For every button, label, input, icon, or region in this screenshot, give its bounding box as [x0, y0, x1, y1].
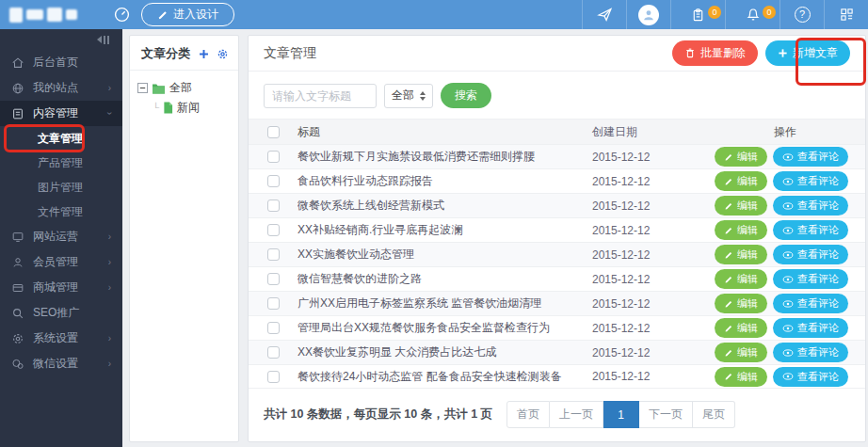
- category-filter-select[interactable]: 全部: [384, 84, 433, 108]
- send-icon[interactable]: [582, 0, 626, 29]
- page-title: 文章管理: [264, 45, 316, 62]
- chat-bubbles-icon: [11, 358, 24, 371]
- article-title[interactable]: XX餐饮业复苏明显 大众消费占比达七成: [297, 344, 592, 360]
- article-title-search-input[interactable]: [264, 84, 377, 108]
- category-settings-gear-icon[interactable]: [217, 48, 229, 60]
- sidebar-item-mall-management[interactable]: 商城管理 ›: [0, 275, 122, 300]
- article-title[interactable]: 微信智慧餐饮的进阶之路: [297, 271, 592, 287]
- article-date: 2015-12-12: [592, 224, 715, 237]
- notifications-bell-icon[interactable]: 0: [725, 0, 780, 29]
- help-icon[interactable]: ?: [780, 0, 824, 29]
- article-title[interactable]: XX实施餐饮业动态管理: [297, 247, 592, 263]
- sidebar-item-wechat-settings[interactable]: 微信设置 ›: [0, 351, 122, 376]
- select-all-checkbox[interactable]: [267, 126, 280, 138]
- article-title[interactable]: 管理局出台XX规范餐饮服务食品安全监督检查行为: [297, 320, 592, 336]
- article-date: 2015-12-12: [592, 200, 715, 213]
- tree-expander-icon[interactable]: [137, 83, 148, 93]
- enter-design-button[interactable]: 进入设计: [141, 3, 234, 26]
- view-comments-button[interactable]: 查看评论: [773, 171, 848, 191]
- article-title[interactable]: 餐饮业新规下月实施禁设最低消费还需细则撑腰: [297, 149, 592, 165]
- row-checkbox[interactable]: [267, 151, 280, 163]
- globe-icon: [11, 82, 24, 95]
- add-article-button[interactable]: 新增文章: [765, 40, 850, 66]
- article-title[interactable]: XX补贴经销商.行业寻底再起波澜: [297, 222, 592, 238]
- user-avatar[interactable]: [626, 0, 670, 29]
- edit-button[interactable]: 编辑: [715, 343, 767, 362]
- article-title[interactable]: 广州XX启用电子标签监察系统 监管餐饮油烟清理: [297, 295, 592, 311]
- edit-button[interactable]: 编辑: [715, 294, 767, 313]
- tree-node-news[interactable]: └ 新闻: [137, 100, 231, 116]
- sidebar-item-content-management[interactable]: 内容管理 ›: [0, 101, 122, 126]
- edit-button[interactable]: 编辑: [715, 269, 767, 289]
- table-row: 微餐饮系统上线创经营新模式 2015-12-12 编辑 查看评论: [249, 193, 865, 217]
- edit-button[interactable]: 编辑: [715, 147, 767, 167]
- row-checkbox[interactable]: [267, 200, 280, 212]
- tasks-icon[interactable]: 0: [670, 0, 725, 29]
- batch-delete-button[interactable]: 批量删除: [672, 40, 758, 66]
- edit-button[interactable]: 编辑: [715, 245, 767, 264]
- tree-node-all[interactable]: 全部: [137, 80, 231, 96]
- row-checkbox[interactable]: [267, 273, 280, 285]
- row-checkbox[interactable]: [267, 346, 280, 359]
- view-comments-button[interactable]: 查看评论: [773, 367, 848, 387]
- pencil-icon: [724, 201, 733, 211]
- tree-node-label: 全部: [169, 80, 192, 96]
- edit-button[interactable]: 编辑: [715, 196, 767, 216]
- sidebar-item-article-management[interactable]: 文章管理: [0, 126, 122, 151]
- view-comments-button[interactable]: 查看评论: [773, 318, 848, 338]
- sidebar-item-label: SEO推广: [33, 305, 79, 321]
- pencil-icon: [724, 152, 733, 162]
- dashboard-gauge-icon[interactable]: [102, 0, 141, 29]
- row-checkbox[interactable]: [267, 175, 280, 187]
- row-checkbox[interactable]: [267, 297, 280, 310]
- view-comments-button[interactable]: 查看评论: [773, 196, 848, 216]
- pagination-first[interactable]: 首页: [506, 401, 550, 428]
- row-checkbox[interactable]: [267, 248, 280, 261]
- view-comments-button[interactable]: 查看评论: [773, 294, 848, 313]
- pagination-last[interactable]: 尾页: [693, 401, 735, 428]
- sidebar-item-my-sites[interactable]: 我的站点 ›: [0, 75, 122, 101]
- sidebar-item-label: 商城管理: [33, 279, 78, 295]
- eye-icon: [782, 275, 794, 284]
- eye-icon: [782, 372, 794, 381]
- view-comments-button[interactable]: 查看评论: [773, 147, 848, 167]
- row-checkbox[interactable]: [267, 322, 280, 334]
- article-title[interactable]: 餐饮接待24小时动态监管 配备食品安全快速检测装备: [297, 369, 592, 385]
- pagination-prev[interactable]: 上一页: [550, 401, 603, 428]
- chevron-right-icon: ›: [108, 359, 111, 369]
- sidebar-item-site-operation[interactable]: 网站运营 ›: [0, 224, 122, 249]
- article-date: 2015-12-12: [592, 346, 715, 359]
- sidebar-item-image-management[interactable]: 图片管理: [0, 175, 122, 200]
- add-category-icon[interactable]: [198, 48, 210, 60]
- sidebar-item-product-management[interactable]: 产品管理: [0, 151, 122, 175]
- view-comments-button[interactable]: 查看评论: [773, 220, 848, 240]
- edit-button[interactable]: 编辑: [715, 171, 767, 191]
- qr-code-icon[interactable]: [824, 0, 868, 29]
- sidebar-item-seo[interactable]: SEO推广: [0, 300, 122, 326]
- collapse-sidebar-icon[interactable]: [0, 29, 122, 50]
- eye-icon: [782, 299, 794, 309]
- article-title[interactable]: 微餐饮系统上线创经营新模式: [297, 198, 592, 214]
- row-checkbox[interactable]: [267, 224, 280, 236]
- tree-node-label: 新闻: [177, 100, 200, 116]
- pencil-icon: [724, 226, 733, 235]
- eye-icon: [782, 348, 794, 358]
- sidebar-item-label: 后台首页: [33, 55, 78, 71]
- search-button[interactable]: 搜索: [441, 83, 491, 108]
- edit-button[interactable]: 编辑: [715, 318, 767, 338]
- view-comments-button[interactable]: 查看评论: [773, 343, 848, 362]
- edit-button[interactable]: 编辑: [715, 367, 767, 387]
- pagination-next[interactable]: 下一页: [639, 401, 693, 428]
- row-checkbox[interactable]: [267, 371, 280, 383]
- sidebar-item-system-settings[interactable]: 系统设置 ›: [0, 326, 122, 351]
- sidebar-item-dashboard[interactable]: 后台首页: [0, 50, 122, 75]
- sidebar-item-file-management[interactable]: 文件管理: [0, 200, 122, 224]
- pagination-page-1[interactable]: 1: [603, 401, 639, 428]
- edit-button[interactable]: 编辑: [715, 220, 767, 240]
- sidebar-subitem-label: 文件管理: [38, 204, 83, 220]
- sidebar-item-member-management[interactable]: 会员管理 ›: [0, 249, 122, 275]
- chevron-right-icon: ›: [108, 257, 111, 267]
- article-title[interactable]: 食品饮料行业动态跟踪报告: [297, 173, 592, 189]
- view-comments-button[interactable]: 查看评论: [773, 269, 848, 289]
- view-comments-button[interactable]: 查看评论: [773, 245, 848, 264]
